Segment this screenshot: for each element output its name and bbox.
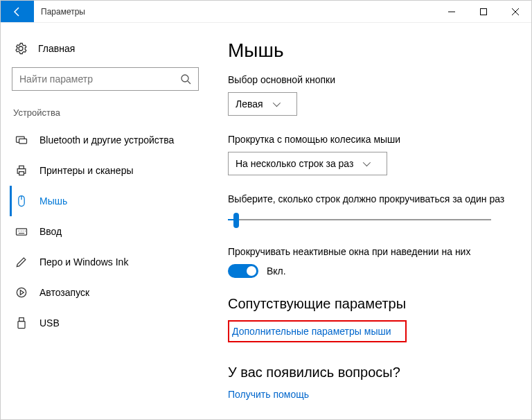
nav-label: USB (39, 317, 60, 329)
close-button[interactable] (499, 1, 531, 22)
search-input-container[interactable] (12, 67, 199, 91)
inactive-scroll-toggle[interactable] (228, 264, 258, 278)
primary-button-dropdown[interactable]: Левая (228, 92, 297, 116)
slider-thumb[interactable] (233, 213, 239, 228)
search-input[interactable] (19, 73, 180, 85)
window-title: Параметры (34, 1, 436, 22)
mouse-icon (15, 194, 28, 208)
scroll-wheel-label: Прокрутка с помощью колесика мыши (228, 134, 512, 145)
pen-icon (15, 255, 28, 269)
minimize-icon (447, 8, 456, 16)
content-area: Мышь Выбор основной кнопки Левая Прокрут… (209, 23, 531, 419)
dropdown-value: Левая (236, 98, 263, 110)
keyboard-icon (15, 225, 28, 238)
sidebar-section-label: Устройства (12, 103, 209, 125)
svg-rect-3 (19, 139, 27, 143)
svg-point-10 (17, 288, 26, 297)
autoplay-icon (15, 286, 28, 299)
scroll-lines-label: Выберите, сколько строк должно прокручив… (228, 193, 512, 204)
svg-rect-6 (19, 172, 24, 175)
home-label: Главная (38, 43, 75, 54)
arrow-left-icon (12, 6, 23, 17)
printer-icon (15, 164, 28, 177)
sidebar: Главная Устройства Bluetooth и другие ус… (1, 23, 209, 419)
highlight-box: Дополнительные параметры мыши (228, 320, 407, 342)
close-icon (511, 8, 520, 16)
toggle-status: Вкл. (267, 265, 286, 277)
home-button[interactable]: Главная (12, 37, 209, 64)
sidebar-item-bluetooth[interactable]: Bluetooth и другие устройства (10, 125, 209, 155)
svg-point-1 (181, 75, 188, 82)
usb-icon (15, 316, 28, 330)
svg-rect-12 (18, 322, 25, 329)
back-button[interactable] (1, 1, 34, 22)
inactive-scroll-label: Прокручивать неактивные окна при наведен… (228, 246, 512, 257)
svg-rect-0 (481, 8, 487, 15)
questions-heading: У вас появились вопросы? (228, 365, 512, 380)
get-help-link[interactable]: Получить помощь (228, 389, 512, 400)
sidebar-item-autoplay[interactable]: Автозапуск (10, 277, 209, 308)
maximize-button[interactable] (468, 1, 499, 22)
sidebar-item-printers[interactable]: Принтеры и сканеры (10, 155, 209, 186)
sidebar-item-typing[interactable]: Ввод (10, 216, 209, 247)
nav-label: Мышь (39, 195, 67, 207)
sidebar-item-usb[interactable]: USB (10, 308, 209, 338)
page-heading: Мышь (228, 40, 512, 62)
search-icon (180, 73, 191, 85)
svg-rect-11 (19, 318, 24, 322)
svg-rect-9 (17, 229, 27, 235)
scroll-lines-slider[interactable] (228, 211, 491, 228)
slider-rail (228, 219, 491, 220)
svg-rect-5 (19, 166, 24, 168)
nav-label: Ввод (39, 226, 62, 237)
nav-label: Перо и Windows Ink (39, 256, 128, 268)
dropdown-value: На несколько строк за раз (236, 158, 353, 169)
related-heading: Сопутствующие параметры (228, 296, 512, 312)
additional-mouse-options-link[interactable]: Дополнительные параметры мыши (232, 326, 391, 337)
toggle-knob (247, 266, 256, 276)
sidebar-item-pen[interactable]: Перо и Windows Ink (10, 247, 209, 277)
minimize-button[interactable] (436, 1, 468, 22)
maximize-icon (479, 8, 488, 16)
scroll-wheel-dropdown[interactable]: На несколько строк за раз (228, 152, 387, 175)
chevron-down-icon (272, 99, 280, 107)
nav-label: Принтеры и сканеры (39, 165, 133, 176)
primary-button-label: Выбор основной кнопки (228, 74, 512, 85)
gear-icon (15, 42, 27, 55)
titlebar: Параметры (1, 1, 531, 23)
nav-label: Bluetooth и другие устройства (39, 134, 174, 146)
bluetooth-devices-icon (15, 133, 28, 147)
sidebar-item-mouse[interactable]: Мышь (10, 186, 209, 216)
chevron-down-icon (363, 159, 371, 166)
nav-label: Автозапуск (39, 287, 89, 298)
